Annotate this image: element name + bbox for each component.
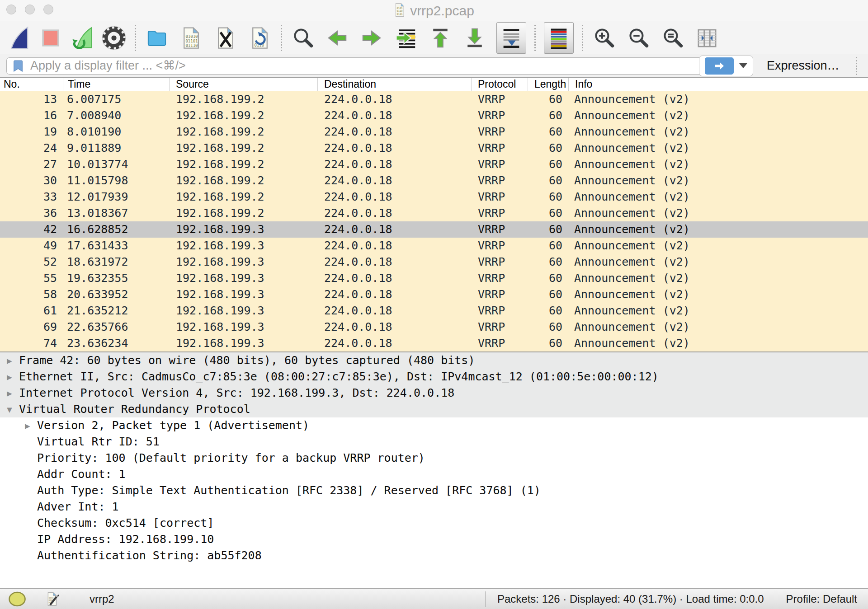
cell-time: 16.628852	[63, 221, 170, 238]
detail-tree-row[interactable]: Priority: 100 (Default priority for a ba…	[0, 450, 868, 466]
go-back-button[interactable]	[325, 25, 350, 51]
capture-options-button[interactable]	[101, 25, 127, 51]
zoom-original-button[interactable]	[660, 25, 685, 51]
cell-destination: 224.0.0.18	[318, 270, 472, 286]
reload-file-button[interactable]: 0110	[247, 25, 273, 51]
packet-row[interactable]: 19 8.010190 192.168.199.2 224.0.0.18 VRR…	[0, 124, 868, 140]
cell-no: 24	[0, 140, 63, 156]
detail-tree-row[interactable]: ▼ Virtual Router Redundancy Protocol	[0, 401, 868, 417]
packet-row[interactable]: 52 18.631972 192.168.199.3 224.0.0.18 VR…	[0, 254, 868, 270]
cell-source: 192.168.199.2	[170, 124, 318, 140]
cell-time: 22.635766	[63, 319, 170, 335]
find-packet-button[interactable]	[290, 25, 316, 51]
packet-row[interactable]: 13 6.007175 192.168.199.2 224.0.0.18 VRR…	[0, 91, 868, 108]
column-header-time[interactable]: Time	[63, 78, 170, 91]
go-to-packet-button[interactable]	[393, 25, 419, 51]
detail-tree-row[interactable]: ▶ Frame 42: 60 bytes on wire (480 bits),…	[0, 352, 868, 369]
profile-selector[interactable]: Profile: Default	[776, 593, 868, 605]
packet-row[interactable]: 27 10.013774 192.168.199.2 224.0.0.18 VR…	[0, 156, 868, 173]
go-first-packet-button[interactable]	[428, 25, 453, 51]
cell-time: 9.011889	[63, 140, 170, 156]
zoom-in-button[interactable]	[591, 25, 617, 51]
cell-time: 21.635212	[63, 303, 170, 319]
expander-icon[interactable]: ▶	[0, 369, 19, 385]
expander-icon[interactable]: ▼	[0, 401, 19, 417]
packet-row[interactable]: 49 17.631433 192.168.199.3 224.0.0.18 VR…	[0, 238, 868, 254]
cell-source: 192.168.199.3	[170, 286, 318, 303]
column-header-info[interactable]: Info	[569, 78, 868, 91]
detail-tree-row[interactable]: Adver Int: 1	[0, 499, 868, 515]
cell-source: 192.168.199.3	[170, 335, 318, 351]
resize-columns-button[interactable]	[694, 25, 720, 51]
open-file-button[interactable]	[144, 25, 170, 51]
svg-text:01110: 01110	[185, 43, 198, 48]
packet-row[interactable]: 74 23.636234 192.168.199.3 224.0.0.18 VR…	[0, 335, 868, 351]
filter-bookmark-icon[interactable]	[7, 58, 29, 74]
go-last-packet-button[interactable]	[462, 25, 487, 51]
start-capture-button[interactable]	[6, 25, 32, 51]
cell-time: 18.631972	[63, 254, 170, 270]
expert-info-button[interactable]	[8, 591, 26, 607]
detail-tree-row[interactable]: ▶ Version 2, Packet type 1 (Advertisemen…	[0, 417, 868, 434]
column-header-length[interactable]: Length	[528, 78, 569, 91]
packet-row[interactable]: 55 19.632355 192.168.199.3 224.0.0.18 VR…	[0, 270, 868, 286]
expander-icon[interactable]: ▶	[0, 352, 19, 369]
cell-length: 60	[528, 335, 569, 351]
cell-time: 20.633952	[63, 286, 170, 303]
expander-icon[interactable]: ▶	[18, 417, 37, 434]
packet-row[interactable]: 33 12.017939 192.168.199.2 224.0.0.18 VR…	[0, 189, 868, 205]
packet-row[interactable]: 30 11.015798 192.168.199.2 224.0.0.18 VR…	[0, 173, 868, 189]
detail-tree-row[interactable]: Authentification String: ab55f208	[0, 548, 868, 564]
detail-tree-row[interactable]: ▶ Internet Protocol Version 4, Src: 192.…	[0, 385, 868, 401]
colorize-packets-button[interactable]	[544, 22, 574, 54]
go-forward-button[interactable]	[359, 25, 384, 51]
detail-tree-row[interactable]: ▶ Ethernet II, Src: CadmusCo_c7:85:3e (0…	[0, 369, 868, 385]
packet-row[interactable]: 36 13.018367 192.168.199.2 224.0.0.18 VR…	[0, 205, 868, 221]
cell-length: 60	[528, 270, 569, 286]
cell-no: 49	[0, 238, 63, 254]
cell-protocol: VRRP	[472, 108, 528, 124]
packet-row[interactable]: 16 7.008940 192.168.199.2 224.0.0.18 VRR…	[0, 108, 868, 124]
close-file-button[interactable]	[213, 25, 238, 51]
column-header-no[interactable]: No.	[0, 78, 63, 91]
packet-row[interactable]: 24 9.011889 192.168.199.2 224.0.0.18 VRR…	[0, 140, 868, 156]
detail-tree-row[interactable]: IP Address: 192.168.199.10	[0, 531, 868, 548]
detail-tree-row[interactable]: Virtual Rtr ID: 51	[0, 434, 868, 450]
cell-no: 55	[0, 270, 63, 286]
cell-time: 11.015798	[63, 173, 170, 189]
cell-destination: 224.0.0.18	[318, 303, 472, 319]
filter-history-dropdown[interactable]	[739, 63, 747, 68]
cell-protocol: VRRP	[472, 189, 528, 205]
display-filter-input[interactable]	[29, 58, 699, 74]
auto-scroll-icon	[500, 26, 523, 50]
detail-tree-row[interactable]: Checksum: 0xc514 [correct]	[0, 515, 868, 531]
cell-no: 36	[0, 205, 63, 221]
detail-text: Checksum: 0xc514 [correct]	[37, 515, 868, 531]
cell-destination: 224.0.0.18	[318, 286, 472, 303]
detail-tree-row[interactable]: Addr Count: 1	[0, 466, 868, 483]
capture-comment-button[interactable]: 0110 0101 0110	[45, 591, 60, 607]
packet-row[interactable]: 69 22.635766 192.168.199.3 224.0.0.18 VR…	[0, 319, 868, 335]
apply-filter-button[interactable]	[705, 57, 734, 75]
restart-capture-button[interactable]	[70, 25, 95, 51]
display-filter-field	[6, 57, 753, 75]
detail-tree-row[interactable]: Auth Type: Simple Text Authentication [R…	[0, 483, 868, 499]
zoom-out-button[interactable]	[626, 25, 651, 51]
packet-row[interactable]: 58 20.633952 192.168.199.3 224.0.0.18 VR…	[0, 286, 868, 303]
column-header-destination[interactable]: Destination	[318, 78, 472, 91]
save-file-button[interactable]: 01010 01101 01110	[179, 25, 204, 51]
cell-no: 58	[0, 286, 63, 303]
column-header-source[interactable]: Source	[170, 78, 318, 91]
auto-scroll-button[interactable]	[496, 22, 526, 54]
cell-info: Announcement (v2)	[569, 303, 868, 319]
cell-destination: 224.0.0.18	[318, 205, 472, 221]
stop-capture-button[interactable]	[38, 25, 63, 51]
apply-arrow-icon	[713, 61, 726, 71]
expander-icon	[18, 466, 37, 483]
expression-button[interactable]: Expression…	[764, 58, 842, 73]
packet-row[interactable]: 61 21.635212 192.168.199.3 224.0.0.18 VR…	[0, 303, 868, 319]
packet-row[interactable]: 42 16.628852 192.168.199.3 224.0.0.18 VR…	[0, 221, 868, 238]
column-header-protocol[interactable]: Protocol	[472, 78, 528, 91]
cell-source: 192.168.199.2	[170, 173, 318, 189]
expander-icon[interactable]: ▶	[0, 385, 19, 401]
